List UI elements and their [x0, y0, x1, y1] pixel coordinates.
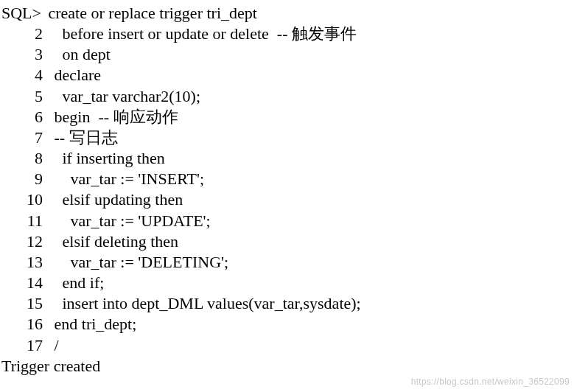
line-number: 10 [0, 189, 50, 210]
line-number: 7 [0, 127, 50, 148]
code-text: var_tar := 'INSERT'; [50, 169, 574, 189]
code-line: 10 elsif updating then [0, 189, 574, 210]
code-text: on dept [50, 44, 574, 65]
code-text: before insert or update or delete -- 触发事… [50, 24, 574, 44]
code-line: 3 on dept [0, 44, 574, 65]
status-message: Trigger created [0, 356, 574, 377]
line-number: 5 [0, 86, 50, 107]
code-text: end if; [50, 273, 574, 293]
code-line: 12 elsif deleting then [0, 231, 574, 252]
code-text: declare [50, 65, 574, 85]
line-number: 9 [0, 169, 50, 189]
code-line: 7 -- 写日志 [0, 127, 574, 148]
line-number: 4 [0, 65, 50, 85]
sql-prompt: SQL> [0, 3, 44, 24]
code-line: 4 declare [0, 65, 574, 85]
line-number: 11 [0, 211, 50, 231]
code-text: var_tar := 'UPDATE'; [50, 211, 574, 231]
sql-terminal[interactable]: SQL> create or replace trigger tri_dept2… [0, 0, 574, 377]
line-number: 12 [0, 231, 50, 252]
code-line: 2 before insert or update or delete -- 触… [0, 24, 574, 44]
code-text: var_tar := 'DELETING'; [50, 252, 574, 273]
line-number: 3 [0, 44, 50, 65]
code-line: 9 var_tar := 'INSERT'; [0, 169, 574, 189]
line-number: 13 [0, 252, 50, 273]
code-line: 17 / [0, 335, 574, 356]
line-number: 6 [0, 107, 50, 127]
code-text: / [50, 335, 574, 356]
code-line: 16 end tri_dept; [0, 314, 574, 335]
line-number: 16 [0, 314, 50, 335]
code-text: insert into dept_DML values(var_tar,sysd… [50, 293, 574, 314]
code-text: elsif deleting then [50, 231, 574, 252]
code-line: 6 begin -- 响应动作 [0, 107, 574, 127]
code-line: 13 var_tar := 'DELETING'; [0, 252, 574, 273]
code-text: var_tar varchar2(10); [50, 86, 574, 107]
code-line: 11 var_tar := 'UPDATE'; [0, 211, 574, 231]
line-number: 17 [0, 335, 50, 356]
code-line: 15 insert into dept_DML values(var_tar,s… [0, 293, 574, 314]
code-text: end tri_dept; [50, 314, 574, 335]
code-text: if inserting then [50, 148, 574, 169]
watermark-text: https://blog.csdn.net/weixin_36522099 [411, 377, 570, 388]
code-line: 8 if inserting then [0, 148, 574, 169]
code-line: 14 end if; [0, 273, 574, 293]
line-number: 14 [0, 273, 50, 293]
code-text: begin -- 响应动作 [50, 107, 574, 127]
code-text: -- 写日志 [50, 127, 574, 148]
line-number: 8 [0, 148, 50, 169]
code-line: 5 var_tar varchar2(10); [0, 86, 574, 107]
code-text: elsif updating then [50, 189, 574, 210]
line-number: 2 [0, 24, 50, 44]
line-number: 15 [0, 293, 50, 314]
code-line: SQL> create or replace trigger tri_dept [0, 3, 574, 24]
code-text: create or replace trigger tri_dept [44, 3, 574, 24]
